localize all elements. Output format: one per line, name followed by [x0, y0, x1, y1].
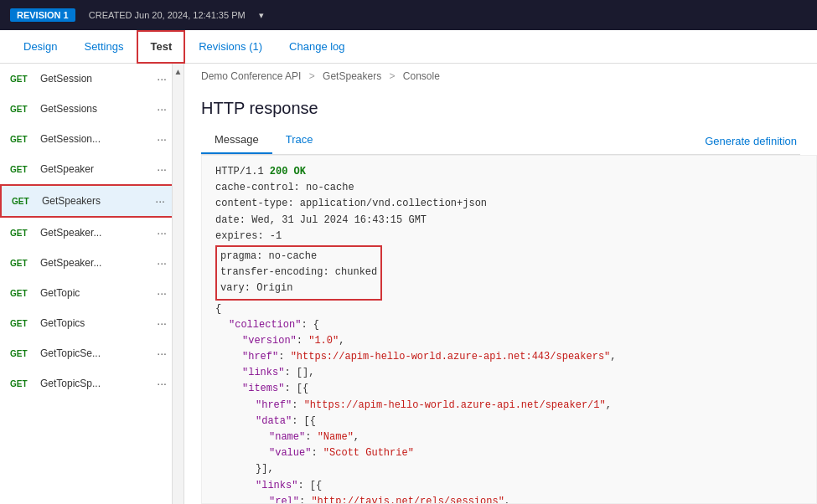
dots-menu-icon[interactable]: ··· [157, 132, 167, 146]
endpoint-name: GetSession [40, 73, 150, 85]
json-open-brace: { [215, 301, 803, 317]
sidebar-item-getspeakers[interactable]: GET GetSpeakers ··· [0, 184, 184, 218]
method-badge: GET [10, 105, 34, 114]
dots-menu-icon[interactable]: ··· [157, 72, 167, 85]
method-badge: GET [10, 229, 34, 238]
method-badge: GET [10, 349, 34, 358]
header-pragma: pragma: no-cache [220, 249, 377, 265]
method-badge: GET [10, 75, 34, 84]
content-area: Demo Conference API > GetSpeakers > Cons… [184, 64, 817, 504]
sidebar-item-getspeaker3[interactable]: GET GetSpeaker... ··· [0, 248, 184, 278]
json-value: "value": "Scott Guthrie" [215, 445, 803, 461]
tab-settings[interactable]: Settings [70, 30, 137, 64]
dots-menu-icon[interactable]: ··· [157, 162, 167, 176]
method-badge: GET [10, 165, 34, 174]
endpoint-name: GetSessions [40, 103, 150, 115]
sidebar-item-getsession[interactable]: GET GetSession ··· [0, 64, 184, 94]
dots-menu-icon[interactable]: ··· [157, 347, 167, 360]
sidebar-item-gettopic[interactable]: GET GetTopic ··· [0, 278, 184, 308]
dots-menu-icon[interactable]: ··· [157, 286, 167, 300]
tab-test[interactable]: Test [137, 30, 185, 64]
created-label: CREATED Jun 20, 2024, 12:41:35 PM [89, 10, 246, 20]
tab-trace[interactable]: Trace [272, 128, 327, 154]
chevron-down-icon[interactable]: ▾ [259, 10, 264, 21]
tab-revisions[interactable]: Revisions (1) [185, 30, 276, 64]
header-cache-control: cache-control: no-cache [215, 180, 803, 196]
sidebar-item-getsession2[interactable]: GET GetSession... ··· [0, 124, 184, 154]
breadcrumb-part-console: Console [403, 70, 440, 82]
json-items: "items": [{ [215, 381, 803, 397]
sidebar-item-gettopicse[interactable]: GET GetTopicSe... ··· [0, 338, 184, 368]
endpoint-name: GetSpeaker... [40, 257, 150, 269]
breadcrumb: Demo Conference API > GetSpeakers > Cons… [184, 64, 817, 89]
endpoint-name: GetSpeaker [40, 163, 150, 175]
dots-menu-icon[interactable]: ··· [157, 226, 167, 239]
tab-design[interactable]: Design [10, 30, 70, 64]
json-links: "links": [], [215, 365, 803, 381]
dots-menu-icon[interactable]: ··· [157, 316, 167, 330]
http-status-line: HTTP/1.1 200 OK [215, 164, 803, 180]
endpoint-name: GetTopicSe... [40, 347, 150, 359]
method-badge: GET [10, 319, 34, 328]
sidebar-item-gettopics[interactable]: GET GetTopics ··· [0, 308, 184, 338]
sidebar-item-gettopicsp[interactable]: GET GetTopicSp... ··· [0, 368, 184, 399]
breadcrumb-part-api: Demo Conference API [201, 70, 301, 82]
sidebar: ▲ GET GetSession ··· GET GetSessions ···… [0, 64, 184, 504]
header-expires: expires: -1 [215, 229, 803, 244]
header-transfer-encoding: transfer-encoding: chunked [220, 265, 377, 280]
tab-message[interactable]: Message [201, 128, 272, 154]
method-badge: GET [10, 289, 34, 298]
sidebar-item-getspeaker[interactable]: GET GetSpeaker ··· [0, 154, 184, 184]
method-badge: GET [10, 259, 34, 268]
generate-definition-link[interactable]: Generate definition [705, 135, 800, 147]
http-response-section: HTTP response Message Trace Generate def… [184, 89, 817, 155]
header-content-type: content-type: application/vnd.collection… [215, 196, 803, 212]
json-item-href: "href": "https://apim-hello-world.azure-… [215, 398, 803, 414]
highlighted-headers-box: pragma: no-cache transfer-encoding: chun… [215, 245, 382, 301]
json-href-api: "href": "https://apim-hello-world.azure-… [215, 349, 803, 365]
main-layout: ▲ GET GetSession ··· GET GetSessions ···… [0, 64, 817, 504]
dots-menu-icon[interactable]: ··· [157, 102, 167, 116]
method-badge: GET [12, 197, 35, 206]
endpoint-name: GetTopic [40, 287, 150, 299]
revision-badge: REVISION 1 [10, 8, 75, 22]
http-response-title: HTTP response [201, 99, 800, 118]
endpoint-name: GetSession... [40, 133, 150, 145]
dots-menu-icon[interactable]: ··· [155, 194, 165, 208]
method-badge: GET [10, 135, 34, 144]
json-links2: "links": [{ [215, 478, 803, 494]
breadcrumb-separator: > [309, 70, 315, 82]
dots-menu-icon[interactable]: ··· [157, 377, 167, 390]
endpoint-name: GetSpeaker... [40, 227, 150, 239]
header-vary: vary: Origin [220, 280, 377, 296]
json-rel: "rel": "http://tavis.net/rels/sessions", [215, 494, 803, 504]
json-collection-key: "collection": { [215, 317, 803, 333]
tab-changelog[interactable]: Change log [276, 30, 359, 64]
top-bar: REVISION 1 CREATED Jun 20, 2024, 12:41:3… [0, 0, 817, 30]
json-name: "name": "Name", [215, 429, 803, 445]
json-data-close: }], [215, 461, 803, 477]
breadcrumb-part-getspeakers: GetSpeakers [323, 70, 381, 82]
breadcrumb-separator: > [390, 70, 396, 82]
endpoint-name: GetTopicSp... [40, 378, 150, 389]
sidebar-item-getsessions[interactable]: GET GetSessions ··· [0, 94, 184, 124]
endpoint-name: GetTopics [40, 317, 150, 329]
endpoint-name: GetSpeakers [42, 195, 148, 207]
header-date: date: Wed, 31 Jul 2024 16:43:15 GMT [215, 213, 803, 229]
scroll-up-indicator[interactable]: ▲ [172, 64, 184, 504]
nav-tabs: Design Settings Test Revisions (1) Chang… [0, 30, 817, 64]
sidebar-item-getspeaker2[interactable]: GET GetSpeaker... ··· [0, 218, 184, 248]
response-tabs: Message Trace Generate definition [201, 128, 800, 155]
response-tabs-left: Message Trace [201, 128, 327, 154]
method-badge: GET [10, 379, 34, 388]
response-body[interactable]: HTTP/1.1 200 OK cache-control: no-cache … [201, 155, 817, 504]
dots-menu-icon[interactable]: ··· [157, 256, 167, 270]
json-data: "data": [{ [215, 414, 803, 429]
json-version: "version": "1.0", [215, 333, 803, 349]
